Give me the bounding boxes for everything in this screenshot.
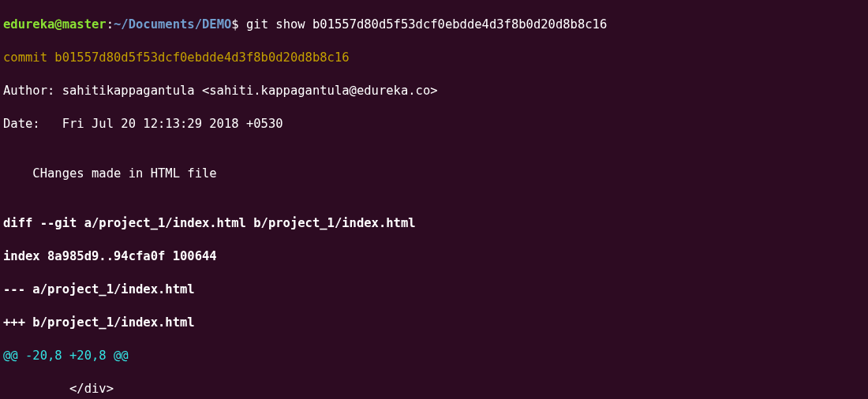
prompt-line[interactable]: edureka@master:~/Documents/DEMO$ git sho… (3, 17, 865, 33)
context-line: </div> (3, 381, 865, 397)
hunk-header: @@ -20,8 +20,8 @@ (3, 348, 865, 364)
user-host: edureka@master (3, 17, 107, 32)
author-line: Author: sahitikappagantula <sahiti.kappa… (3, 83, 865, 99)
prompt-marker: $ (231, 17, 246, 32)
commit-message: CHanges made in HTML file (3, 166, 865, 182)
terminal-output[interactable]: edureka@master:~/Documents/DEMO$ git sho… (0, 0, 868, 399)
diff-header: diff --git a/project_1/index.html b/proj… (3, 215, 865, 232)
cwd-path: ~/Documents/DEMO (114, 17, 231, 32)
colon: : (107, 17, 114, 32)
command-text: git show b01557d80d5f53dcf0ebdde4d3f8b0d… (246, 17, 607, 32)
date-line: Date: Fri Jul 20 12:13:29 2018 +0530 (3, 116, 865, 132)
commit-hash-line: commit b01557d80d5f53dcf0ebdde4d3f8b0d20… (3, 50, 865, 66)
diff-file-a: --- a/project_1/index.html (3, 282, 865, 298)
diff-file-b: +++ b/project_1/index.html (3, 315, 865, 331)
diff-index: index 8a985d9..94cfa0f 100644 (3, 248, 865, 265)
